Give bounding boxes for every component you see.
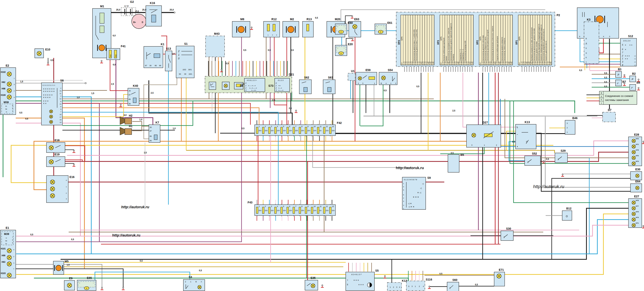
svg-text:S60: S60 bbox=[452, 278, 458, 282]
wire-29 bbox=[11, 145, 553, 183]
svg-text:H76: H76 bbox=[636, 155, 639, 157]
svg-text:S52: S52 bbox=[532, 152, 537, 155]
svg-text:58: 58 bbox=[5, 108, 7, 110]
svg-text:7: 7 bbox=[60, 111, 62, 113]
svg-text:S13: S13 bbox=[166, 47, 171, 50]
svg-text:H75: H75 bbox=[636, 200, 639, 201]
component-E64: E64 bbox=[630, 180, 642, 192]
component-S12: 3 0 1 2 45672138✕✕ ✕✕✕ ✕ ✕✕ ✕◁◁◁◁S12 bbox=[620, 34, 636, 66]
svg-text:Сигнализатор разряда АКБ: Сигнализатор разряда АКБ bbox=[464, 40, 466, 61]
svg-text:P2: P2 bbox=[556, 13, 560, 17]
svg-text:0,5: 0,5 bbox=[604, 81, 607, 83]
svg-text:S54: S54 bbox=[388, 68, 393, 72]
svg-text:E2: E2 bbox=[6, 64, 9, 67]
svg-text:3: 3 bbox=[403, 200, 404, 202]
svg-text:18: 18 bbox=[60, 119, 62, 121]
svg-text:XP4: XP4 bbox=[398, 40, 400, 45]
svg-text:4: 4 bbox=[492, 63, 493, 64]
svg-text:11: 11 bbox=[320, 205, 322, 208]
svg-text:4: 4 bbox=[406, 63, 408, 64]
svg-text:8 2 4 6 1 3 7: 8 2 4 6 1 3 7 bbox=[352, 274, 362, 276]
svg-text:0,5: 0,5 bbox=[30, 233, 33, 236]
svg-text:Указатель температуры охлаждаю: Указатель температуры охлаждающей жидкос… bbox=[540, 25, 542, 61]
component-M8: M8 bbox=[232, 17, 250, 37]
svg-text:S30: S30 bbox=[506, 227, 511, 230]
svg-text:M20: M20 bbox=[335, 17, 340, 21]
svg-text:H98: H98 bbox=[2, 88, 6, 90]
svg-text:−: − bbox=[344, 26, 345, 28]
svg-text:✕: ✕ bbox=[340, 52, 342, 54]
svg-text:86: 86 bbox=[150, 135, 152, 137]
svg-text:Цепь: Цепь bbox=[518, 36, 520, 41]
svg-text:3: 3 bbox=[622, 61, 623, 63]
svg-text:K13: K13 bbox=[525, 120, 530, 124]
svg-text:R12: R12 bbox=[272, 17, 277, 21]
svg-text:3: 3 bbox=[14, 83, 15, 85]
wire-22 bbox=[62, 108, 259, 125]
svg-text:6: 6 bbox=[622, 48, 623, 50]
svg-text:1: 1 bbox=[268, 34, 268, 36]
svg-text:4,0: 4,0 bbox=[113, 63, 116, 66]
svg-text:системы зажигания: системы зажигания bbox=[605, 98, 629, 101]
svg-text:Цепь: Цепь bbox=[479, 36, 481, 41]
svg-text:E19: E19 bbox=[54, 153, 60, 156]
svg-text:Сигнализатор габаритного света: Сигнализатор габаритного света bbox=[484, 36, 486, 61]
svg-text:3: 3 bbox=[609, 35, 610, 37]
svg-text:Сигнализатор правого поворота: Сигнализатор правого поворота bbox=[501, 37, 503, 61]
svg-text:85: 85 bbox=[150, 140, 152, 142]
svg-text:E35: E35 bbox=[310, 276, 316, 280]
svg-text:✕✕: ✕✕ bbox=[278, 85, 281, 86]
svg-text:✕: ✕ bbox=[625, 44, 626, 46]
svg-text:0,5: 0,5 bbox=[416, 85, 420, 88]
svg-text:13: 13 bbox=[448, 62, 449, 64]
svg-text:B+: B+ bbox=[133, 21, 136, 23]
svg-text:3: 3 bbox=[276, 89, 277, 91]
svg-text:1: 1 bbox=[484, 144, 485, 146]
svg-text:F43: F43 bbox=[248, 201, 252, 204]
watermark: http://autoruk.ru bbox=[121, 205, 149, 209]
component-E30: E30 bbox=[630, 168, 642, 180]
svg-text:F41: F41 bbox=[121, 45, 126, 48]
svg-text:31: 31 bbox=[5, 243, 7, 245]
svg-text:✕ ✕ ✕ ✕ ✕: ✕ ✕ ✕ ✕ ✕ bbox=[43, 94, 53, 96]
svg-text:B5: B5 bbox=[460, 153, 464, 156]
svg-text:S29: S29 bbox=[560, 149, 566, 152]
svg-text:1: 1 bbox=[567, 131, 568, 133]
svg-text:S: S bbox=[586, 52, 587, 54]
svg-text:0,5: 0,5 bbox=[71, 238, 74, 241]
svg-text:86: 86 bbox=[129, 103, 131, 105]
svg-text:10: 10 bbox=[428, 62, 429, 64]
svg-text:D21: D21 bbox=[289, 73, 294, 76]
svg-text:H71: H71 bbox=[636, 222, 639, 224]
svg-text:Сигнализатор неисправности АБС: Сигнализатор неисправности АБС тормозов bbox=[448, 28, 449, 61]
svg-text:20A: 20A bbox=[301, 210, 304, 212]
svg-text:P: P bbox=[618, 73, 619, 76]
svg-text:15A: 15A bbox=[270, 130, 274, 132]
svg-text:U1: U1 bbox=[351, 69, 354, 73]
wire-32 bbox=[67, 141, 628, 155]
svg-text:50: 50 bbox=[179, 73, 181, 75]
svg-text:II: II bbox=[347, 284, 348, 286]
component-S9: 0 1 2 3 4 5 6 7 814562331◁◁✕ ◁✕ ✕ ✕◁ ✕◁ … bbox=[402, 176, 431, 210]
svg-text:K16: K16 bbox=[150, 1, 155, 5]
svg-text:1,5: 1,5 bbox=[20, 80, 23, 83]
wiring-diagram: XP4ЦепьКонт.34562Сигнализатор диагностик… bbox=[0, 0, 644, 291]
svg-text:1: 1 bbox=[601, 102, 602, 104]
svg-text:1: 1 bbox=[416, 63, 418, 64]
svg-text:E59: E59 bbox=[366, 68, 370, 72]
svg-text:9: 9 bbox=[487, 63, 488, 64]
svg-text:2: 2 bbox=[567, 127, 568, 129]
svg-text:1,0: 1,0 bbox=[139, 118, 142, 121]
svg-text:1,0: 1,0 bbox=[173, 127, 176, 130]
svg-text:+: + bbox=[79, 282, 80, 284]
svg-text:12: 12 bbox=[430, 62, 432, 64]
component-E59: 231E59 bbox=[356, 68, 377, 85]
svg-text:H77: H77 bbox=[636, 205, 639, 207]
svg-text:1: 1 bbox=[403, 208, 404, 210]
svg-text:K3: K3 bbox=[587, 18, 590, 21]
component-K3: БД5S61K3 bbox=[584, 18, 599, 64]
component-E63: E63 bbox=[349, 17, 361, 37]
svg-text:7: 7 bbox=[12, 236, 13, 238]
svg-text:✕: ✕ bbox=[380, 31, 382, 33]
svg-text:85: 85 bbox=[155, 65, 157, 67]
